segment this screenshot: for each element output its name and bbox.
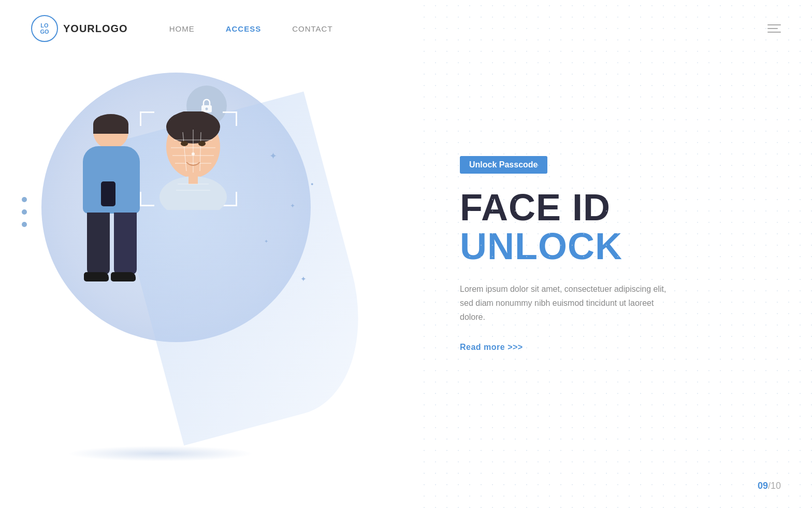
person-back-leg-r (114, 213, 137, 275)
illustration-area: ✦ ✦ ✦ ✦ ✦ ● ● (0, 0, 373, 508)
title-line1: FACE ID (460, 188, 771, 228)
svg-point-12 (181, 141, 188, 146)
logo-icon: LO GO (31, 15, 58, 42)
right-content: Unlock Passcode FACE ID UNLOCK Lorem ips… (418, 0, 812, 508)
sparkle-3: ✦ (264, 238, 268, 244)
side-dot-3 (22, 222, 27, 227)
sparkle-5: ✦ (300, 275, 307, 283)
person-back-shoe-l (84, 272, 109, 281)
unlock-badge: Unlock Passcode (460, 156, 547, 174)
person-back-phone (101, 181, 115, 206)
description-text: Lorem ipsum dolor sit amet, consectetuer… (460, 282, 667, 324)
nav-links: HOME ACCESS CONTACT (169, 24, 333, 33)
page-separator-total: /10 (768, 481, 781, 491)
person-back-hair (93, 114, 128, 134)
svg-point-13 (198, 141, 206, 146)
nav-access[interactable]: ACCESS (226, 24, 262, 33)
svg-point-11 (192, 152, 195, 156)
nav-home[interactable]: HOME (169, 24, 195, 33)
figure-shadow (67, 446, 254, 461)
title-line2: UNLOCK (460, 227, 771, 266)
sparkle-1: ✦ (269, 150, 277, 162)
logo-wrapper[interactable]: LO GO YOURLOGO (31, 15, 128, 42)
person-back-shoe-r (111, 272, 136, 281)
side-dots (22, 197, 27, 227)
svg-point-1 (206, 108, 208, 110)
page-counter: 09/10 (758, 481, 781, 491)
nav-contact[interactable]: CONTACT (292, 24, 332, 33)
logo-name: YOURLOGO (63, 23, 128, 35)
read-more-link[interactable]: Read more >>> (460, 343, 771, 352)
person-back-leg-l (87, 213, 110, 275)
sparkle-6: ● (311, 181, 313, 187)
hamburger-menu[interactable] (767, 24, 781, 33)
side-dot-2 (22, 209, 27, 215)
svg-rect-16 (189, 174, 198, 184)
person-back (78, 114, 150, 301)
side-dot-1 (22, 197, 27, 202)
face-scan-svg (149, 111, 237, 210)
page-current: 09 (758, 481, 768, 491)
sparkle-2: ✦ (290, 202, 295, 209)
navbar: LO GO YOURLOGO HOME ACCESS CONTACT (0, 0, 812, 57)
